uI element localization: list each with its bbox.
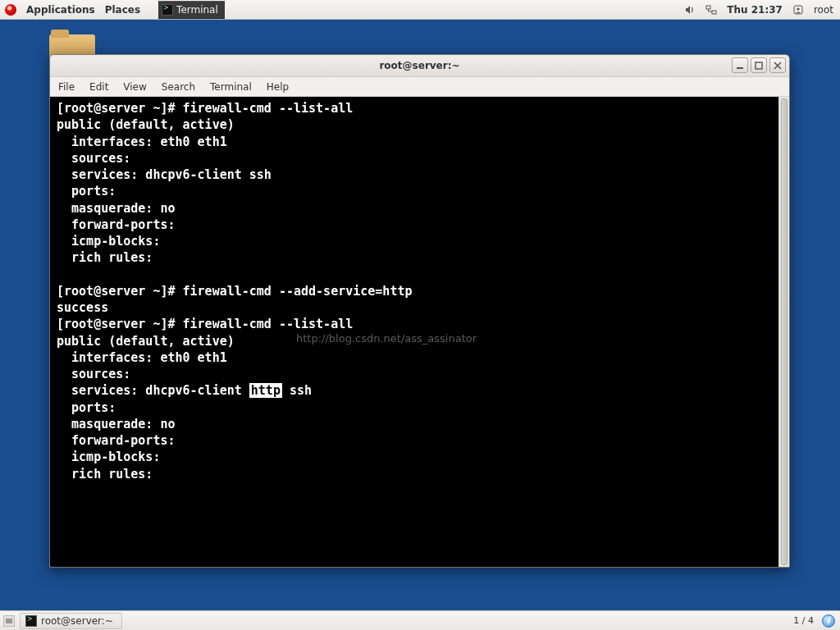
out-line: services: dhcpv6-client ssh bbox=[57, 167, 272, 182]
taskbar-entry[interactable]: root@server:~ bbox=[20, 613, 122, 629]
out-line: public (default, active) bbox=[57, 334, 235, 349]
bottom-panel: root@server:~ 1 / 4 i bbox=[0, 610, 840, 630]
svg-point-3 bbox=[797, 7, 799, 10]
top-panel: Applications Places Terminal Thu 21:37 r… bbox=[0, 0, 840, 20]
window-title: root@server:~ bbox=[50, 60, 789, 71]
out-line: public (default, active) bbox=[57, 117, 235, 132]
user-label[interactable]: root bbox=[814, 4, 833, 16]
watermark-text: http://blog.csdn.net/ass_assinator bbox=[296, 331, 477, 346]
out-line: masquerade: no bbox=[57, 417, 176, 431]
clock[interactable]: Thu 21:37 bbox=[727, 4, 783, 16]
cmd-3: firewall-cmd --list-all bbox=[183, 317, 354, 331]
terminal-scrollbar[interactable] bbox=[778, 97, 789, 567]
out-line: forward-ports: bbox=[57, 433, 176, 448]
out-line: forward-ports: bbox=[57, 217, 176, 232]
window-titlebar[interactable]: root@server:~ bbox=[50, 55, 789, 77]
svg-rect-1 bbox=[712, 11, 716, 14]
places-menu[interactable]: Places bbox=[105, 4, 140, 16]
taskbar-active-window[interactable]: Terminal bbox=[158, 1, 225, 19]
out-line: masquerade: no bbox=[57, 201, 176, 216]
applications-menu[interactable]: Applications bbox=[26, 4, 95, 16]
window-maximize-button[interactable] bbox=[751, 57, 767, 73]
prompt: [root@server ~]# bbox=[57, 284, 183, 299]
highlighted-http: http bbox=[249, 383, 282, 398]
menu-search[interactable]: Search bbox=[162, 81, 195, 93]
out-line: ports: bbox=[57, 184, 116, 199]
svg-rect-0 bbox=[706, 6, 710, 9]
window-minimize-button[interactable] bbox=[732, 57, 748, 73]
svg-rect-5 bbox=[756, 62, 762, 69]
terminal-icon bbox=[162, 4, 173, 16]
cmd-2: firewall-cmd --add-service=http bbox=[183, 284, 413, 299]
menu-help[interactable]: Help bbox=[267, 81, 289, 93]
menu-edit[interactable]: Edit bbox=[89, 81, 108, 93]
prompt: [root@server ~]# bbox=[57, 101, 183, 116]
out-line: icmp-blocks: bbox=[57, 234, 160, 249]
cmd-1: firewall-cmd --list-all bbox=[183, 101, 354, 116]
terminal-menubar: File Edit View Search Terminal Help bbox=[50, 77, 789, 97]
out-line: sources: bbox=[57, 151, 130, 166]
terminal-icon bbox=[25, 615, 37, 627]
menu-view[interactable]: View bbox=[123, 81, 146, 93]
out-line: services: dhcpv6-client bbox=[57, 383, 249, 398]
out-line: icmp-blocks: bbox=[57, 450, 160, 464]
network-icon[interactable] bbox=[705, 4, 717, 16]
svg-rect-4 bbox=[737, 67, 743, 69]
taskbar-entry-label: root@server:~ bbox=[41, 615, 113, 627]
out-line: interfaces: eth0 eth1 bbox=[57, 350, 227, 365]
scrollbar-thumb[interactable] bbox=[781, 98, 788, 565]
out-line: sources: bbox=[57, 367, 130, 381]
terminal-output[interactable]: http://blog.csdn.net/ass_assinator[root@… bbox=[50, 97, 778, 567]
window-close-button[interactable] bbox=[769, 57, 786, 73]
menu-file[interactable]: File bbox=[58, 81, 75, 93]
volume-icon[interactable] bbox=[684, 4, 696, 16]
out-line: ssh bbox=[282, 383, 312, 398]
out-line: ports: bbox=[57, 400, 116, 415]
user-menu-icon[interactable] bbox=[792, 4, 804, 16]
show-desktop-button[interactable] bbox=[3, 615, 15, 627]
out-line: interfaces: eth0 eth1 bbox=[57, 135, 227, 149]
menu-terminal[interactable]: Terminal bbox=[210, 81, 252, 93]
taskbar-active-label: Terminal bbox=[176, 4, 218, 16]
distro-icon bbox=[5, 4, 16, 16]
out-line: success bbox=[57, 300, 108, 315]
workspace-indicator[interactable]: 1 / 4 bbox=[793, 615, 814, 626]
out-line: rich rules: bbox=[57, 467, 153, 482]
prompt: [root@server ~]# bbox=[57, 317, 183, 331]
out-line: rich rules: bbox=[57, 250, 153, 265]
terminal-window: root@server:~ File Edit View Search Term… bbox=[49, 54, 790, 568]
info-icon[interactable]: i bbox=[822, 614, 835, 628]
